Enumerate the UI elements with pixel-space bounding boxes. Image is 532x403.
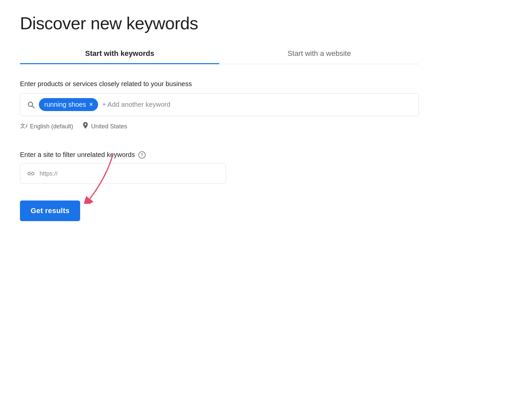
tab-start-with-website[interactable]: Start with a website xyxy=(219,44,419,64)
keyword-search-box[interactable]: running shoes × + Add another keyword xyxy=(20,93,419,116)
help-icon[interactable]: ? xyxy=(138,151,146,159)
language-label: English (default) xyxy=(30,123,73,130)
location-label: United States xyxy=(91,123,127,130)
meta-row: 文A English (default) United States xyxy=(20,122,512,131)
site-filter-label-row: Enter a site to filter unrelated keyword… xyxy=(20,151,512,159)
page-title: Discover new keywords xyxy=(20,13,512,33)
url-input-placeholder: https:// xyxy=(40,170,58,177)
search-icon xyxy=(27,101,35,109)
language-meta[interactable]: 文A English (default) xyxy=(20,122,73,131)
add-keyword-input[interactable]: + Add another keyword xyxy=(102,101,170,108)
bottom-area: Get results xyxy=(20,201,512,221)
chip-close-button[interactable]: × xyxy=(89,101,93,108)
tab-start-with-keywords[interactable]: Start with keywords xyxy=(20,44,219,64)
chip-text: running shoes xyxy=(44,101,86,108)
translate-icon: 文A xyxy=(20,122,27,131)
svg-text:文A: 文A xyxy=(20,123,27,129)
link-icon xyxy=(27,170,35,178)
svg-line-1 xyxy=(32,106,35,108)
location-icon xyxy=(82,122,88,131)
tabs-container: Start with keywords Start with a website xyxy=(20,44,419,64)
site-filter-text: Enter a site to filter unrelated keyword… xyxy=(20,151,135,159)
get-results-button[interactable]: Get results xyxy=(20,201,80,221)
location-meta[interactable]: United States xyxy=(82,122,127,131)
url-input-box[interactable]: https:// xyxy=(20,163,226,184)
keyword-chip-running-shoes[interactable]: running shoes × xyxy=(39,98,98,111)
keywords-input-label: Enter products or services closely relat… xyxy=(20,80,512,88)
